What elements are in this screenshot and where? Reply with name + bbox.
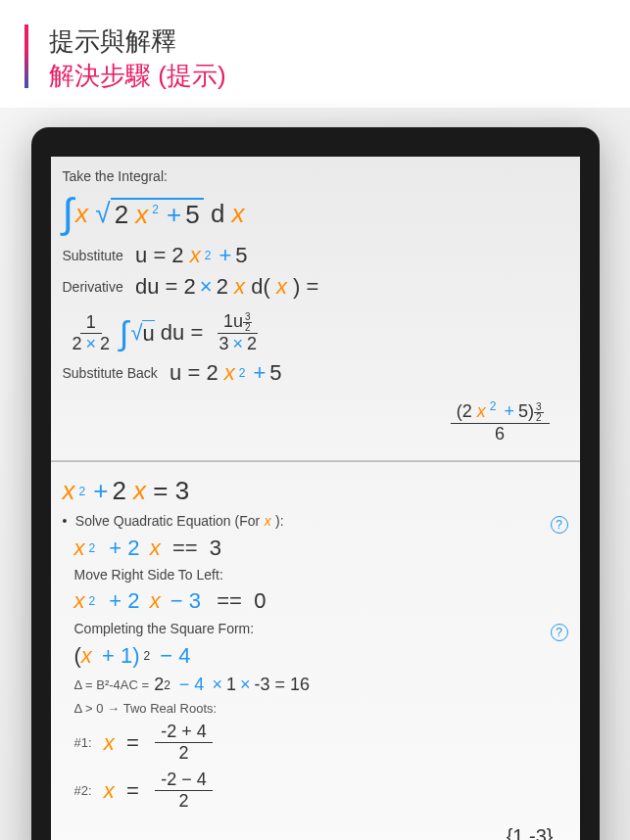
- integral-sign-icon: ∫: [63, 190, 74, 237]
- accent-bar: [24, 24, 28, 88]
- var-x: x: [75, 199, 88, 229]
- solve-step: ? • Solve Quadratic Equation (For x ):: [63, 512, 568, 530]
- integral-result-line: 1 2×2 ∫ √u du = 1u32 3×2: [63, 311, 568, 354]
- fraction: 1 2×2: [67, 312, 117, 354]
- title-line-1: 提示與解釋: [49, 24, 601, 59]
- root-1: #1: x = -2 + 42: [74, 722, 568, 764]
- sqrt: √ 2 x2+5: [95, 198, 203, 230]
- eq-step-1: x2 + 2 x == 3: [74, 536, 568, 561]
- fraction: 1u32 3×2: [213, 311, 263, 354]
- completed-square: (x + 1)2 − 4: [74, 643, 568, 669]
- sqrt-icon: √: [130, 320, 142, 346]
- derivative-line: Derivative du = 2×2 x d( x ) =: [63, 274, 568, 300]
- integral-section: Take the Integral: ∫ x √ 2 x2+5 d x Subs…: [51, 157, 580, 461]
- quadratic-section: x2+2 x = 3 ? • Solve Quadratic Equation …: [51, 461, 580, 840]
- help-icon[interactable]: ?: [551, 516, 568, 534]
- title-line-2: 解決步驟 (提示): [49, 59, 601, 93]
- move-label: Move Right Side To Left:: [74, 567, 568, 583]
- substitute-back-line: Substitute Back u = 2 x2+5: [63, 360, 568, 386]
- root-2: #2: x = -2 − 42: [74, 770, 568, 812]
- sqrt-icon: √: [95, 198, 110, 229]
- integral-sign-icon: ∫: [120, 314, 128, 352]
- discriminant: Δ = B²-4AC = 22 − 4×1×-3 = 16: [74, 675, 568, 695]
- bullet-icon: •: [63, 513, 68, 529]
- help-icon[interactable]: ?: [551, 624, 568, 641]
- integral-title: Take the Integral:: [63, 168, 568, 184]
- quadratic-problem: x2+2 x = 3: [63, 476, 568, 506]
- roots-label: Δ > 0 → Two Real Roots:: [74, 701, 568, 716]
- complete-square-step: ? Completing the Square Form:: [74, 620, 568, 637]
- integral-final-answer: (2 x2+5)32 6: [63, 392, 568, 452]
- eq-step-2: x2 + 2 x − 3 == 0: [74, 588, 568, 614]
- page-header: 提示與解釋 解決步驟 (提示): [0, 0, 630, 108]
- integral-expression: ∫ x √ 2 x2+5 d x: [63, 190, 568, 237]
- screen: Take the Integral: ∫ x √ 2 x2+5 d x Subs…: [51, 157, 580, 840]
- quadratic-answer: {1,-3}: [63, 817, 568, 840]
- tablet-frame: Take the Integral: ∫ x √ 2 x2+5 d x Subs…: [31, 127, 600, 840]
- substitute-line: Substitute u = 2 x2+5: [63, 243, 568, 268]
